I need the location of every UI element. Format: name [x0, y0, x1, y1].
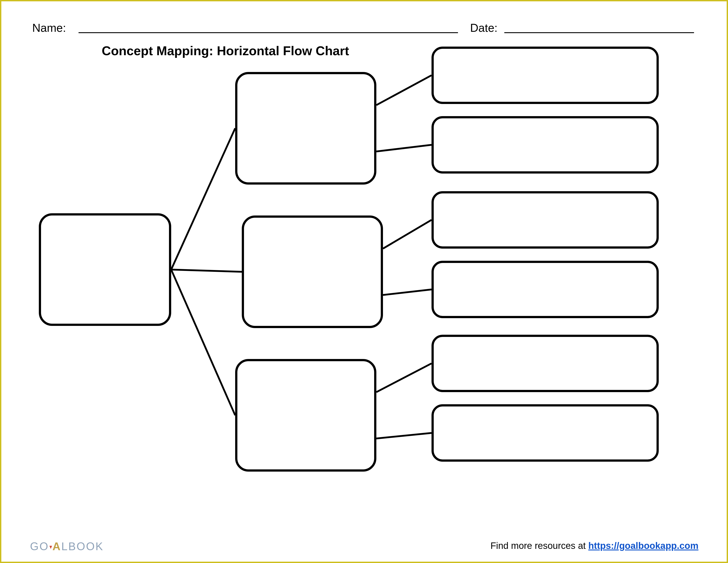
mid-node[interactable]: [235, 72, 376, 184]
svg-line-7: [376, 364, 432, 392]
footer-credit: Find more resources at https://goalbooka…: [490, 540, 698, 551]
page-title: Concept Mapping: Horizontal Flow Chart: [102, 43, 349, 58]
date-label: Date:: [470, 21, 497, 34]
name-label: Name:: [32, 21, 66, 34]
leaf-node[interactable]: [432, 404, 659, 462]
svg-line-2: [171, 269, 235, 415]
footer-link[interactable]: https://goalbookapp.com: [588, 540, 698, 551]
logo-text-left: GO: [30, 540, 49, 553]
svg-line-0: [171, 128, 235, 269]
worksheet-footer: GOALBOOK Find more resources at https://…: [1, 535, 728, 553]
svg-line-4: [376, 145, 432, 151]
leaf-node[interactable]: [432, 335, 659, 392]
date-input-line[interactable]: [504, 32, 694, 33]
leaf-node[interactable]: [432, 116, 659, 173]
svg-line-8: [376, 433, 432, 439]
worksheet-page: Name: Date: Concept Mapping: Horizontal …: [0, 0, 728, 563]
root-node[interactable]: [39, 213, 171, 326]
svg-line-3: [376, 75, 432, 105]
logo-text-right: LBOOK: [61, 540, 104, 553]
footer-credit-text: Find more resources at: [490, 540, 588, 551]
mid-node[interactable]: [242, 215, 383, 328]
mid-node[interactable]: [235, 359, 376, 472]
name-input-line[interactable]: [79, 32, 458, 33]
pin-icon: [49, 546, 52, 549]
leaf-node[interactable]: [432, 261, 659, 318]
svg-line-5: [383, 220, 432, 248]
svg-line-6: [383, 290, 432, 295]
logo-text-mid: A: [53, 540, 61, 553]
goalbook-logo: GOALBOOK: [30, 540, 104, 553]
svg-line-1: [171, 269, 242, 272]
leaf-node[interactable]: [432, 191, 659, 248]
leaf-node[interactable]: [432, 47, 659, 104]
